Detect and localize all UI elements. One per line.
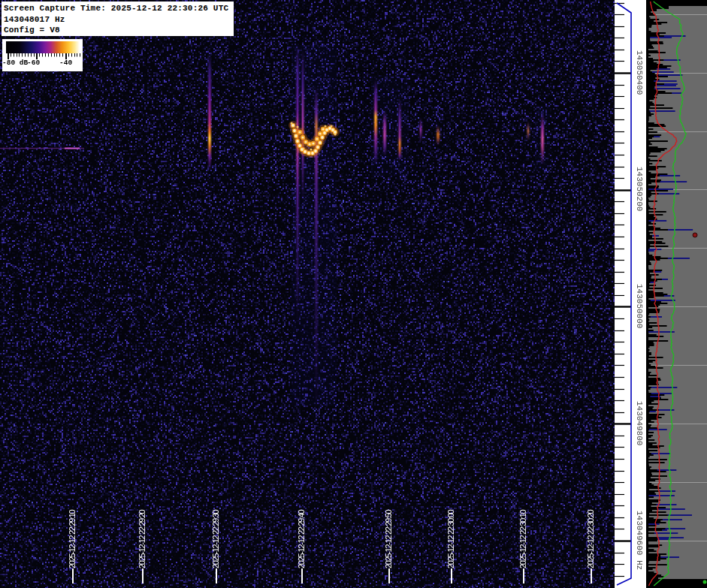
freq-tick-label: 143050200 — [635, 167, 644, 211]
time-tick-mark — [591, 568, 592, 583]
time-tick-mark — [523, 568, 524, 583]
freq-tick-label: 143049600 Hz — [635, 511, 644, 570]
frequency-axis: 1430504001430502001430500001430498001430… — [615, 0, 646, 588]
time-label: 2025-12-12 22:29:10 — [68, 511, 77, 568]
time-tick-mark — [451, 568, 452, 583]
info-box: Screen Capture Time: 2025-12-12 22:30:26… — [2, 2, 234, 36]
time-label: 2025-12-12 22:29:50 — [384, 511, 393, 568]
capture-time-text: Screen Capture Time: 2025-12-12 22:30:26… — [4, 3, 234, 14]
color-scale-legend: -80 dB -60 -40 — [2, 39, 83, 71]
time-label: 2025-12-12 22:30:00 — [446, 511, 455, 568]
config-text: Config = V8 — [4, 25, 234, 36]
spectrogram-display: 2025-12-12 22:29:102025-12-12 22:29:2020… — [0, 0, 707, 588]
legend-label-min: -80 dB — [2, 59, 28, 67]
legend-label-mid: -60 — [27, 59, 40, 67]
time-tick-mark — [388, 568, 390, 583]
time-label: 2025-12-12 22:29:30 — [211, 511, 220, 568]
colormap-gradient — [6, 41, 81, 53]
spectrogram-waterfall — [0, 0, 615, 588]
time-tick-mark — [72, 568, 74, 583]
legend-label-max: -40 — [59, 59, 72, 67]
time-tick-mark — [216, 568, 217, 583]
freq-tick-label: 143050000 — [635, 284, 644, 328]
frequency-text: 143048017 Hz — [4, 14, 234, 26]
time-label: 2025-12-12 22:30:10 — [518, 511, 527, 568]
freq-tick-label: 143050400 — [635, 50, 644, 95]
time-label: 2025-12-12 22:30:20 — [586, 511, 595, 568]
time-label: 2025-12-12 22:29:40 — [297, 511, 306, 568]
freq-tick-label: 143049800 — [635, 401, 644, 445]
time-tick-mark — [142, 568, 144, 583]
spectrum-side-panel — [646, 0, 707, 588]
time-tick-mark — [301, 568, 303, 583]
time-label: 2025-12-12 22:29:20 — [137, 511, 147, 568]
